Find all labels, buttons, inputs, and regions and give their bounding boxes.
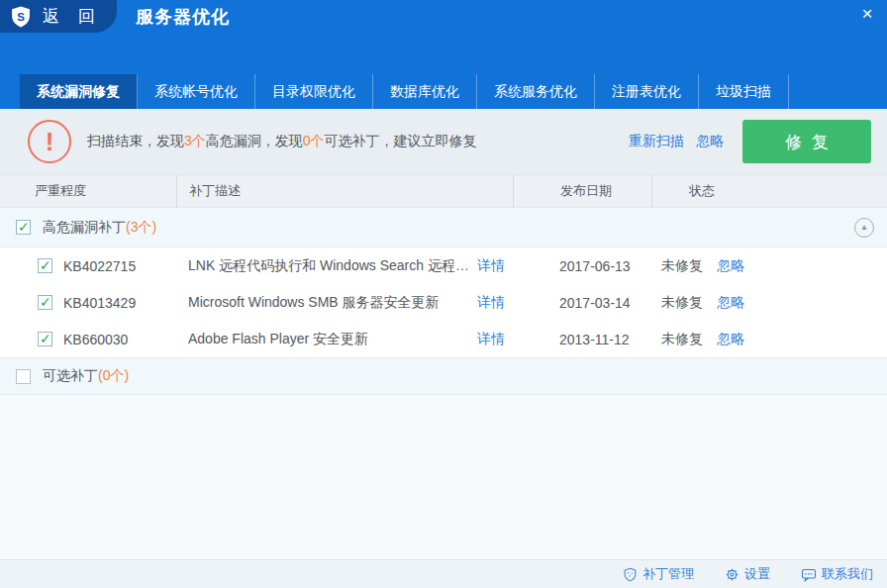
patch-row: KB660030 Adobe Flash Player 安全更新 详情 2013… (0, 321, 887, 357)
description-cell: Microsoft Windows SMB 服务器安全更新 详情 (176, 294, 513, 312)
status-cell: 未修复 忽略 (651, 257, 887, 275)
release-date: 2017-06-13 (513, 258, 651, 274)
column-header-description: 补丁描述 (176, 175, 513, 207)
patch-description: Adobe Flash Player 安全更新 (188, 331, 368, 348)
alert-actions: 重新扫描 忽略 修复 (629, 120, 887, 163)
svg-text:S: S (17, 10, 25, 22)
empty-area (0, 395, 887, 559)
page-title: 服务器优化 (136, 5, 230, 29)
tab-system-service-optimize[interactable]: 系统服务优化 (477, 74, 595, 109)
status-cell: 未修复 忽略 (651, 294, 887, 312)
chevron-up-icon: ▲ (860, 223, 868, 232)
patch-checkbox[interactable] (38, 258, 52, 273)
chat-bubble-icon (801, 567, 817, 582)
patch-row: KB4013429 Microsoft Windows SMB 服务器安全更新 … (0, 284, 887, 321)
status-label: 未修复 (661, 331, 703, 348)
status-label: 未修复 (661, 294, 703, 312)
patch-checkbox[interactable] (38, 332, 52, 346)
detail-link[interactable]: 详情 (477, 257, 505, 275)
patch-row: KB4022715 LNK 远程代码执行和 Windows Search 远程代… (0, 247, 887, 284)
ignore-link[interactable]: 忽略 (717, 257, 744, 275)
settings-label: 设置 (744, 565, 770, 583)
tab-system-vulnerability-fix[interactable]: 系统漏洞修复 (20, 74, 138, 109)
optional-group-row: 可选补丁 (0个) (0, 357, 887, 395)
release-date: 2013-11-12 (513, 332, 651, 347)
status-label: 未修复 (661, 257, 703, 275)
settings-button[interactable]: 设置 (725, 565, 770, 583)
header-bar: S 返 回 服务器优化 × 系统漏洞修复 系统帐号优化 目录权限优化 数据库优化… (0, 0, 887, 109)
status-cell: 未修复 忽略 (651, 331, 887, 348)
patch-checkbox[interactable] (38, 295, 52, 310)
tab-directory-permission-optimize[interactable]: 目录权限优化 (255, 74, 373, 109)
brand-row: S 返 回 服务器优化 (0, 0, 887, 33)
high-risk-group-checkbox[interactable] (16, 220, 31, 235)
optional-count: 0个 (303, 133, 325, 148)
optional-group-count: (0个) (98, 367, 129, 385)
tab-registry-optimize[interactable]: 注册表优化 (595, 74, 699, 109)
column-header-status: 状态 (651, 175, 887, 207)
column-header-date: 发布日期 (513, 175, 651, 207)
scan-result-alert: ! 扫描结束，发现3个高危漏洞，发现0个可选补丁，建议立即修复 重新扫描 忽略 … (0, 109, 887, 175)
server-optimization-window: S 返 回 服务器优化 × 系统漏洞修复 系统帐号优化 目录权限优化 数据库优化… (0, 0, 887, 588)
optional-group-checkbox[interactable] (16, 369, 31, 384)
contact-us-button[interactable]: 联系我们 (801, 565, 873, 583)
severity-cell: KB660030 (0, 332, 176, 347)
collapse-group-button[interactable]: ▲ (854, 218, 874, 238)
scan-result-message: 扫描结束，发现3个高危漏洞，发现0个可选补丁，建议立即修复 (87, 133, 477, 150)
ignore-link[interactable]: 忽略 (717, 331, 744, 348)
severity-cell: KB4013429 (0, 295, 176, 311)
column-header-severity: 严重程度 (0, 175, 176, 207)
app-shield-logo-icon: S (11, 6, 31, 28)
close-icon[interactable]: × (857, 4, 877, 24)
fix-button[interactable]: 修复 (742, 120, 871, 163)
footer-bar: 补丁管理 设置 (0, 559, 887, 588)
warning-icon: ! (28, 120, 71, 163)
tab-system-account-optimize[interactable]: 系统帐号优化 (138, 74, 255, 109)
high-risk-group-count: (3个) (126, 219, 156, 237)
patch-shield-icon (623, 567, 638, 582)
detail-link[interactable]: 详情 (477, 331, 505, 348)
contact-us-label: 联系我们 (822, 565, 873, 583)
optional-group-label: 可选补丁 (43, 367, 98, 385)
patch-description: Microsoft Windows SMB 服务器安全更新 (188, 294, 440, 312)
severity-cell: KB4022715 (0, 258, 176, 274)
high-risk-group-row: 高危漏洞补丁 (3个) ▲ (0, 208, 887, 247)
ignore-link[interactable]: 忽略 (717, 294, 744, 312)
kb-number: KB660030 (63, 332, 128, 347)
tab-bar: 系统漏洞修复 系统帐号优化 目录权限优化 数据库优化 系统服务优化 注册表优化 … (20, 74, 789, 109)
high-risk-count: 3个 (184, 133, 206, 148)
high-risk-group-label: 高危漏洞补丁 (43, 219, 126, 237)
description-cell: LNK 远程代码执行和 Windows Search 远程代码执... 详情 (176, 257, 513, 275)
description-cell: Adobe Flash Player 安全更新 详情 (176, 331, 513, 348)
gear-icon (725, 567, 739, 582)
tab-database-optimize[interactable]: 数据库优化 (373, 74, 477, 109)
table-header: 严重程度 补丁描述 发布日期 状态 (0, 175, 887, 208)
kb-number: KB4013429 (63, 295, 136, 311)
patch-manage-label: 补丁管理 (642, 565, 694, 583)
detail-link[interactable]: 详情 (477, 294, 505, 312)
back-button-label: 返 回 (43, 5, 102, 28)
ignore-all-link[interactable]: 忽略 (696, 133, 724, 150)
kb-number: KB4022715 (63, 258, 136, 274)
patch-description: LNK 远程代码执行和 Windows Search 远程代码执... (188, 257, 469, 275)
back-button[interactable]: S 返 回 (0, 0, 117, 33)
tab-junk-scan[interactable]: 垃圾扫描 (699, 74, 789, 109)
patch-manage-button[interactable]: 补丁管理 (623, 565, 694, 583)
release-date: 2017-03-14 (513, 295, 651, 311)
rescan-link[interactable]: 重新扫描 (629, 133, 684, 150)
